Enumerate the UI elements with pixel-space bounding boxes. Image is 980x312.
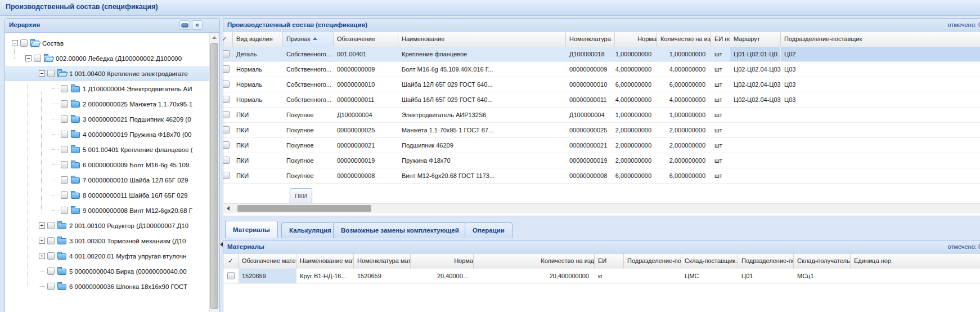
column-label: Склад-поставщик.. <box>685 257 738 264</box>
row-checkbox[interactable] <box>223 50 230 57</box>
tree-node[interactable]: 4 001.00200.01 Муфта упругая втулочн <box>5 248 210 264</box>
column-header-5[interactable]: Номенклатура <box>566 32 615 47</box>
column-header-3[interactable]: Номенклатура мат <box>354 254 411 269</box>
tree-node[interactable]: 5 001.00401 Крепление фланцевое ( <box>5 142 210 157</box>
table-row[interactable]: ПКИПокупноеД100000004Электродвигатель АИ… <box>223 108 980 123</box>
column-header-8[interactable]: Склад-поставщик.. <box>681 254 738 269</box>
tree-checkbox[interactable] <box>47 283 55 290</box>
table-row[interactable]: 1520659Круг В1-НД-16...152065920,40000..… <box>223 269 980 284</box>
column-header-7[interactable]: Количество на изд <box>657 32 711 47</box>
tree-node[interactable]: 1 001.00400 Крепление электродвигате <box>5 66 210 81</box>
spec-hscrollbar[interactable] <box>224 203 980 213</box>
table-row[interactable]: ПКИПокупное00000000008Винт М12-6gx20.68 … <box>223 168 980 184</box>
table-cell: 00000000009 <box>566 62 615 77</box>
table-row[interactable]: НормальСобственного...00000000009Болт М1… <box>223 62 980 77</box>
tree-checkbox[interactable] <box>61 131 68 138</box>
row-checkbox[interactable] <box>223 65 230 73</box>
table-row[interactable]: ПКИПокупное00000000021Подшипник 46209000… <box>223 138 980 153</box>
table-cell <box>781 108 980 122</box>
materials-panel-title: Материалы <box>227 243 264 250</box>
collapse-node-icon[interactable] <box>39 70 45 77</box>
tree-node[interactable]: 7 00000000010 Шайба 12Л 65Г 029 <box>5 172 210 188</box>
tree-checkbox[interactable] <box>61 207 68 214</box>
spec-hscrollbar-thumb[interactable] <box>237 205 371 212</box>
column-header-11[interactable]: Единица нор <box>851 254 980 269</box>
tab-operations[interactable]: Операции <box>465 222 513 238</box>
column-header-6[interactable]: Норма <box>615 32 657 47</box>
column-header-4[interactable]: Норма <box>411 254 474 269</box>
column-header-1[interactable]: Вид изделия <box>233 32 283 47</box>
tree-node[interactable]: 3 00000000021 Подшипник 46209 (0 <box>5 112 210 127</box>
collapse-panel-button[interactable]: « <box>192 20 203 30</box>
column-header-0[interactable]: ✓ <box>223 32 233 47</box>
tree-checkbox[interactable] <box>61 85 68 92</box>
tree-node[interactable]: 6 00000000036 Шпонка 18x16x90 ГОСТ <box>5 279 210 294</box>
column-header-0[interactable]: ✓ <box>223 254 239 269</box>
tree-node[interactable]: 9 00000000008 Винт М12-6gx20.68 Г <box>5 203 210 218</box>
expand-node-icon[interactable] <box>39 253 45 259</box>
table-row[interactable]: ПКИПокупное00000000019Пружина Ф18x700000… <box>223 153 980 168</box>
tree-node[interactable]: 6 00000000009 Болт М16-6g 45.109. <box>5 157 210 172</box>
column-header-9[interactable]: Маршрут <box>730 32 781 47</box>
tree-checkbox[interactable] <box>20 39 28 47</box>
tree-scrollbar-thumb[interactable] <box>210 43 218 309</box>
table-row[interactable]: ДетальСобственного...001.00401Крепление … <box>223 47 980 62</box>
expand-node-icon[interactable] <box>39 222 45 229</box>
column-header-4[interactable]: Наименование <box>398 32 566 47</box>
tree-checkbox[interactable] <box>61 115 68 123</box>
column-header-8[interactable]: ЕИ но <box>711 32 730 47</box>
column-header-1[interactable]: Обозначение мате <box>239 254 296 269</box>
tree-node[interactable]: 002.00000 Лебедка (Д100000002.Д100000 <box>5 51 210 66</box>
row-checkbox[interactable] <box>223 111 230 118</box>
column-header-2[interactable]: Наименование мат <box>296 254 354 269</box>
tree-node[interactable]: 4 00000000019 Пружина Ф18x70 (00 <box>5 127 210 142</box>
row-checkbox[interactable] <box>223 126 230 133</box>
tree-node[interactable]: 8 00000000011 Шайба 16Л 65Г 029 <box>5 188 210 203</box>
collapse-node-icon[interactable] <box>12 40 18 46</box>
tree-node[interactable]: 3 001.00300 Тормозной механизм (Д10 <box>5 233 210 248</box>
tree-node[interactable]: 2 00000000025 Манжета 1.1-70x95-1 <box>5 96 210 112</box>
row-checkbox[interactable] <box>223 141 230 149</box>
tree-checkbox[interactable] <box>47 252 55 260</box>
tree-checkbox[interactable] <box>61 176 68 184</box>
column-header-10[interactable]: Подразделение-поставщик <box>781 32 980 47</box>
table-row[interactable]: НормальСобственного...00000000011Шайба 1… <box>223 92 980 108</box>
tree-node[interactable]: 1 Д100000004 Электродвигатель АИ <box>5 81 210 96</box>
tab-calculation[interactable]: Калькуляция <box>281 222 339 238</box>
row-checkbox[interactable] <box>223 172 230 179</box>
tree-checkbox[interactable] <box>61 100 68 108</box>
column-header-2[interactable]: Признак <box>283 32 334 47</box>
row-checkbox[interactable] <box>223 81 230 88</box>
find-button[interactable] <box>179 20 190 30</box>
table-row[interactable]: НормальСобственного...00000000010Шайба 1… <box>223 77 980 92</box>
column-header-6[interactable]: ЕИ <box>595 254 624 269</box>
collapse-node-icon[interactable] <box>25 55 32 61</box>
column-header-10[interactable]: Склад-получатель <box>794 254 851 269</box>
tree-checkbox[interactable] <box>47 237 55 244</box>
tree-checkbox[interactable] <box>61 146 68 153</box>
tree-checkbox[interactable] <box>34 55 41 62</box>
tree-checkbox[interactable] <box>61 161 68 168</box>
scroll-up-icon[interactable] <box>212 36 217 39</box>
row-checkbox[interactable] <box>223 96 230 103</box>
tree-node[interactable]: 5 00000000040 Бирка (00000000040.00 <box>5 264 210 279</box>
tree-checkbox[interactable] <box>47 268 55 275</box>
column-header-3[interactable]: Обозначение <box>334 32 398 47</box>
table-cell: Ц03 <box>781 77 980 92</box>
tab-replacements[interactable]: Возможные замены комплектующей <box>333 222 467 238</box>
tree-checkbox[interactable] <box>61 191 68 199</box>
tree-node[interactable]: 2 001.00100 Редуктор (Д100000007.Д10 <box>5 218 210 233</box>
row-checkbox[interactable] <box>223 157 230 164</box>
expand-node-icon[interactable] <box>39 238 45 244</box>
tree-scrollbar[interactable] <box>209 33 219 312</box>
tree-checkbox[interactable] <box>47 222 55 229</box>
table-row[interactable]: ПКИПокупное00000000025Манжета 1.1-70x95-… <box>223 123 980 138</box>
tree-checkbox[interactable] <box>47 70 55 77</box>
tab-materials[interactable]: Материалы <box>225 221 278 238</box>
column-header-9[interactable]: Подразделение-по <box>738 254 794 269</box>
column-header-5[interactable]: Количество на изд <box>474 254 595 269</box>
column-header-7[interactable]: Подразделение-по <box>624 254 681 269</box>
tree-node[interactable]: Состав <box>5 35 210 51</box>
scroll-left-icon[interactable] <box>227 206 230 211</box>
row-checkbox[interactable] <box>227 272 235 279</box>
